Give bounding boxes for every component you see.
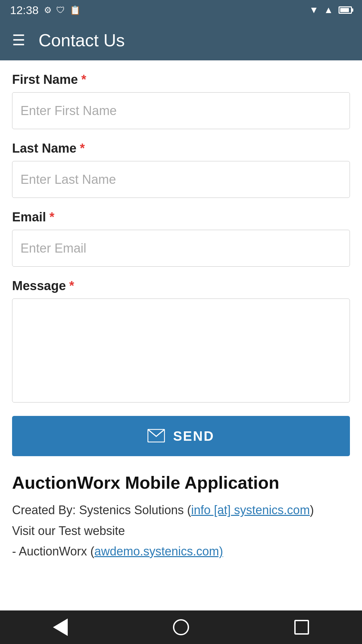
last-name-field: Last Name * — [12, 141, 350, 198]
wifi-icon: ▼ — [309, 5, 319, 15]
footer-app-title: AuctionWorx Mobile Application — [12, 472, 350, 493]
gear-icon: ⚙ — [44, 5, 52, 15]
app-bar: ☰ Contact Us — [0, 20, 362, 60]
first-name-input[interactable] — [12, 92, 350, 129]
footer-section: AuctionWorx Mobile Application Created B… — [12, 472, 350, 574]
last-name-label: Last Name * — [12, 141, 350, 156]
first-name-field: First Name * — [12, 72, 350, 129]
bottom-nav — [0, 610, 362, 644]
email-input[interactable] — [12, 230, 350, 267]
clipboard-icon: 📋 — [70, 5, 80, 15]
home-button[interactable] — [168, 614, 194, 641]
main-content: First Name * Last Name * Email * Message… — [0, 60, 362, 610]
status-icons: ⚙ 🛡 📋 — [44, 5, 80, 15]
first-name-label: First Name * — [12, 72, 350, 87]
menu-icon[interactable]: ☰ — [12, 33, 25, 48]
status-bar-left: 12:38 ⚙ 🛡 📋 — [10, 4, 80, 17]
footer-created-by: Created By: Systenics Solutions (info [a… — [12, 500, 350, 561]
page-title: Contact Us — [39, 30, 125, 50]
last-name-required: * — [80, 141, 85, 156]
shield-icon: 🛡 — [56, 5, 65, 15]
back-icon — [53, 619, 68, 636]
footer-website-link[interactable]: awdemo.systenics.com) — [94, 544, 223, 558]
battery-icon — [339, 6, 352, 14]
first-name-required: * — [81, 72, 86, 87]
mail-icon — [147, 429, 165, 443]
last-name-input[interactable] — [12, 161, 350, 198]
back-button[interactable] — [47, 614, 74, 641]
email-field: Email * — [12, 210, 350, 267]
email-required: * — [49, 210, 54, 224]
recents-icon — [294, 620, 309, 635]
signal-icon: ▲ — [324, 5, 333, 15]
send-button-label: SEND — [173, 429, 214, 444]
email-label: Email * — [12, 210, 350, 224]
message-field: Message * — [12, 279, 350, 404]
footer-email-link[interactable]: info [at] systenics.com — [191, 503, 310, 517]
message-input[interactable] — [12, 299, 350, 402]
message-required: * — [69, 279, 74, 293]
status-bar-right: ▼ ▲ — [309, 5, 352, 15]
status-bar: 12:38 ⚙ 🛡 📋 ▼ ▲ — [0, 0, 362, 20]
home-icon — [173, 619, 189, 635]
message-label: Message * — [12, 279, 350, 293]
send-button[interactable]: SEND — [12, 416, 350, 456]
status-time: 12:38 — [10, 4, 39, 17]
recents-button[interactable] — [288, 614, 315, 641]
